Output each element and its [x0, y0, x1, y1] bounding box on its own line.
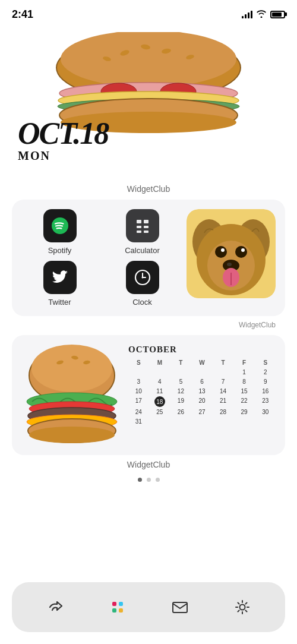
- date-display: OCT.18: [18, 118, 108, 149]
- calendar-burger-widget: OCTOBER S M T W T F S 1 2 3 4: [12, 335, 285, 455]
- cal-day-19: 19: [170, 396, 191, 407]
- signal-icon: [242, 10, 252, 18]
- widget-club-label-3: WidgetClub: [12, 460, 285, 469]
- clock-app-item[interactable]: Clock: [104, 261, 181, 307]
- calculator-icon-bg: [126, 209, 159, 242]
- svg-rect-15: [137, 220, 141, 223]
- page-dot-1[interactable]: [138, 478, 142, 482]
- date-overlay: OCT.18 MON: [18, 118, 108, 163]
- svg-rect-50: [119, 602, 123, 606]
- cal-day-27: 27: [192, 408, 213, 416]
- calendar-grid: S M T W T F S 1 2 3 4 5 6 7: [128, 358, 276, 426]
- cal-day-30: 30: [255, 408, 276, 416]
- cal-day-12: 12: [170, 387, 191, 396]
- mail-dock-icon[interactable]: [165, 592, 195, 623]
- svg-point-31: [235, 246, 247, 258]
- cal-day-18-today[interactable]: 18: [154, 396, 165, 407]
- clock-label: Clock: [132, 298, 152, 307]
- cal-day-28: 28: [213, 408, 233, 416]
- cal-day-22: 22: [234, 396, 255, 407]
- calendar-section: OCTOBER S M T W T F S 1 2 3 4: [128, 345, 276, 446]
- day-display: MON: [18, 149, 108, 163]
- cal-day-7: 7: [213, 377, 233, 386]
- cal-header-s: S: [128, 358, 149, 367]
- cal-day-2: 2: [255, 368, 276, 377]
- page-dots: [12, 478, 285, 482]
- svg-point-54: [239, 605, 245, 610]
- cal-day-24: 24: [128, 408, 149, 416]
- svg-rect-49: [112, 602, 116, 606]
- widget-club-label-2: WidgetClub: [12, 321, 285, 329]
- svg-point-48: [29, 427, 115, 443]
- cal-day-10: 10: [128, 387, 149, 396]
- back-dock-icon[interactable]: [40, 592, 71, 623]
- svg-point-24: [141, 277, 143, 279]
- dog-widget: [187, 209, 276, 298]
- settings-dock-icon[interactable]: [227, 592, 258, 623]
- status-icons: [242, 10, 285, 20]
- svg-point-30: [215, 246, 227, 258]
- hero-sandwich-widget: OCT.18 MON: [12, 26, 285, 181]
- calculator-label: Calculator: [125, 246, 160, 255]
- svg-rect-53: [173, 602, 187, 613]
- cal-header-f: F: [234, 358, 255, 367]
- svg-rect-18: [144, 226, 148, 228]
- cal-day-5: 5: [170, 377, 191, 386]
- svg-rect-19: [137, 231, 141, 233]
- spotify-app-item[interactable]: Spotify: [21, 209, 98, 255]
- cal-day-25: 25: [150, 408, 170, 416]
- calendar-month: OCTOBER: [128, 345, 276, 355]
- cal-day-4: 4: [150, 377, 170, 386]
- clock-icon-bg: [126, 261, 159, 294]
- cal-day-13: 13: [192, 387, 213, 396]
- cal-day-15: 15: [234, 387, 255, 396]
- svg-rect-17: [137, 226, 141, 228]
- svg-point-33: [241, 248, 245, 252]
- cal-day-6: 6: [192, 377, 213, 386]
- cal-day-29: 29: [234, 408, 255, 416]
- cal-day-23: 23: [255, 396, 276, 407]
- widget-club-label-1: WidgetClub: [12, 184, 285, 194]
- dock: [12, 582, 285, 632]
- status-bar: 2:41: [0, 0, 297, 26]
- twitter-app-item[interactable]: Twitter: [21, 261, 98, 307]
- calculator-app-item[interactable]: Calculator: [104, 209, 181, 255]
- twitter-icon: [51, 269, 69, 286]
- cal-day-14: 14: [213, 387, 233, 396]
- cal-header-m: M: [150, 358, 170, 367]
- cal-day-31: 31: [128, 417, 149, 426]
- svg-rect-16: [144, 220, 148, 223]
- wifi-icon: [256, 10, 267, 20]
- cal-day-1: 1: [234, 368, 255, 377]
- spotify-label: Spotify: [48, 246, 72, 255]
- calculator-icon: [134, 217, 151, 234]
- cal-header-t: T: [170, 358, 191, 367]
- cal-day-21: 21: [213, 396, 233, 407]
- cal-header-t2: T: [213, 358, 233, 367]
- main-content: OCT.18 MON WidgetClub Spotify: [0, 26, 297, 482]
- cal-day-9: 9: [255, 377, 276, 386]
- cal-day-17: 17: [128, 396, 149, 407]
- cal-day-26: 26: [170, 408, 191, 416]
- cal-day-8: 8: [234, 377, 255, 386]
- app-grid: Spotify Calculator: [21, 209, 181, 307]
- dog-illustration: [187, 209, 276, 298]
- cal-day-20: 20: [192, 396, 213, 407]
- twitter-icon-bg: [43, 261, 77, 294]
- svg-point-35: [227, 263, 232, 266]
- cal-header-s2: S: [255, 358, 276, 367]
- status-time: 2:41: [12, 8, 33, 21]
- svg-rect-52: [119, 608, 123, 613]
- app-grid-widget: Spotify Calculator: [12, 200, 285, 316]
- battery-icon: [270, 11, 285, 18]
- page-dot-2[interactable]: [147, 478, 151, 482]
- page-dot-3[interactable]: [156, 478, 160, 482]
- slack-dock-icon[interactable]: [102, 592, 133, 623]
- clock-icon: [134, 269, 151, 286]
- spotify-icon-bg: [43, 209, 77, 242]
- svg-rect-51: [112, 608, 116, 613]
- twitter-label: Twitter: [48, 298, 71, 307]
- cal-day-3: 3: [128, 377, 149, 386]
- burger-illustration: [21, 345, 122, 446]
- cal-day-11: 11: [150, 387, 170, 396]
